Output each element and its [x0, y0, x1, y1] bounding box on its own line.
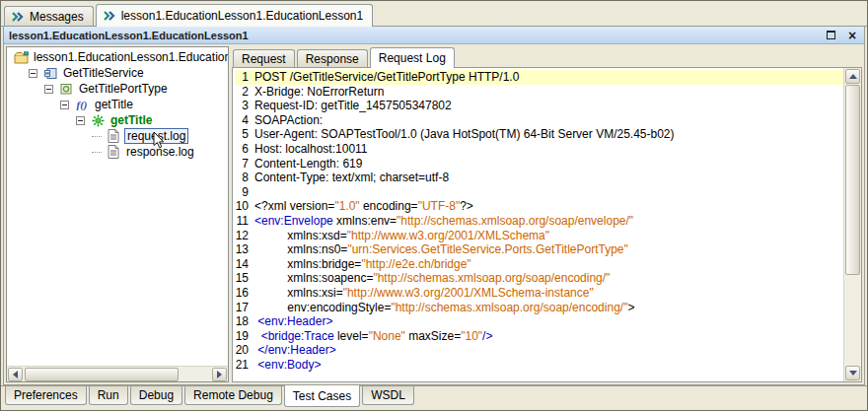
test-tree-panel: lesson1.EducationLesson1.EducationGetTit… [6, 46, 229, 382]
log-line: 14 xmlns:bridge="http://e2e.ch/bridge" [235, 257, 843, 272]
test-tree: lesson1.EducationLesson1.EducationGetTit… [7, 47, 228, 366]
line-text: <env:Body> [254, 358, 843, 373]
tree-node-response-log[interactable]: response.log [7, 144, 228, 160]
document-tab-messages[interactable]: Messages [4, 6, 94, 26]
line-number: 10 [235, 199, 254, 214]
log-lines[interactable]: 1POST /GetTitleService/GetTitlePortType … [233, 68, 843, 381]
tree-node-label: getTitle [108, 113, 154, 127]
close-button[interactable]: × [845, 29, 859, 42]
tree-node-gettitleservice[interactable]: GetTitleService [7, 65, 228, 81]
main-split: lesson1.EducationLesson1.EducationGetTit… [4, 44, 864, 384]
horizontal-scroll-thumb[interactable] [25, 368, 179, 381]
line-text: SOAPAction: [254, 113, 843, 128]
tab-request[interactable]: Request [233, 49, 295, 67]
line-number: 12 [235, 229, 254, 243]
log-text-segment: <env:Header> [254, 314, 332, 328]
line-number: 6 [235, 142, 254, 157]
line-text: Host: localhost:10011 [254, 142, 843, 157]
log-line: 2X-Bridge: NoErrorReturn [235, 85, 843, 100]
line-text: POST /GetTitleService/GetTitlePortType H… [254, 70, 843, 85]
line-number: 14 [235, 257, 254, 272]
log-line: 9 [235, 185, 843, 200]
bottom-tab-run[interactable]: Run [89, 386, 128, 405]
log-line: 11<env:Envelope xmlns:env="http://schema… [235, 214, 843, 229]
vertical-scroll-track[interactable] [845, 85, 860, 365]
maximize-button[interactable] [824, 29, 837, 42]
line-number: 16 [235, 286, 254, 301]
log-line: 1POST /GetTitleService/GetTitlePortType … [235, 70, 843, 85]
tree-node-label: getTitle [93, 98, 135, 111]
scroll-up-button[interactable] [845, 69, 860, 84]
tree-leaf-connector [92, 152, 102, 153]
line-text: <env:Envelope xmlns:env="http://schemas.… [254, 214, 843, 229]
line-text: xmlns:ns0="urn:Services.GetTitleService.… [254, 242, 843, 257]
line-number: 18 [235, 314, 254, 329]
tree-node-gettitleporttype[interactable]: GetTitlePortType [7, 81, 228, 97]
scroll-left-button[interactable] [8, 368, 23, 381]
line-text: xmlns:bridge="http://e2e.ch/bridge" [254, 257, 843, 272]
log-text-segment: "http://schemas.xmlsoap.org/soap/encodin… [391, 301, 627, 314]
tree-node-lesson1-educationlesson1-education[interactable]: lesson1.EducationLesson1.Education [7, 49, 228, 65]
line-text: Content-Length: 619 [254, 157, 843, 171]
bottom-tab-debug[interactable]: Debug [130, 386, 182, 405]
internal-frame: lesson1.EducationLesson1.EducationLesson… [3, 27, 865, 385]
log-text-segment: "http://www.w3.org/2001/XMLSchema-instan… [343, 286, 594, 300]
tree-horizontal-scrollbar[interactable] [7, 366, 228, 381]
log-text-segment: <env:Body> [254, 358, 321, 372]
document-tab-lesson1-educationlesson1[interactable]: lesson1.EducationLesson1.EducationLesson… [96, 4, 374, 27]
bottom-tab-test-cases[interactable]: Test Cases [284, 385, 360, 407]
log-line: 21 <env:Body> [235, 358, 843, 373]
logfile-icon [106, 145, 121, 159]
tree-collapse-icon[interactable] [60, 101, 69, 109]
function-icon: f() [74, 98, 90, 111]
log-text-segment: ?> [460, 199, 473, 213]
scroll-down-button[interactable] [845, 366, 860, 380]
log-line: 6Host: localhost:10011 [235, 142, 843, 157]
line-text: xmlns:soapenc="http://schemas.xmlsoap.or… [254, 271, 843, 286]
scroll-right-button[interactable] [212, 368, 227, 381]
tree-indent [7, 97, 60, 112]
tree-collapse-icon[interactable] [29, 69, 37, 78]
log-text-segment: Host: localhost:10011 [254, 142, 368, 156]
tree-node-gettitle[interactable]: f()getTitle [7, 97, 228, 112]
tab-response[interactable]: Response [297, 49, 368, 67]
log-line: 12 xmlns:xsd="http://www.w3.org/2001/XML… [235, 229, 843, 243]
log-text-segment: "UTF-8" [418, 199, 461, 213]
log-text-segment: xmlns:xsd= [254, 229, 347, 242]
close-icon: × [848, 30, 856, 41]
log-vertical-scrollbar[interactable] [843, 68, 861, 381]
bottom-tab-wsdl[interactable]: WSDL [362, 386, 414, 405]
bottom-tab-preferences[interactable]: Preferences [5, 386, 87, 405]
log-line: 5User-Agent: SOAPTestTool/1.0 (Java HotS… [235, 127, 843, 142]
line-number: 5 [235, 127, 254, 142]
detail-panel: RequestResponseRequest Log 1POST /GetTit… [232, 46, 862, 382]
tree-node-gettitle[interactable]: getTitle [7, 112, 228, 128]
tree-collapse-icon[interactable] [76, 116, 85, 125]
tree-collapse-icon[interactable] [44, 85, 53, 94]
package-icon [13, 50, 29, 64]
line-number: 3 [235, 99, 254, 113]
maximize-icon [827, 31, 835, 39]
tree-indent [7, 128, 92, 144]
bottom-tab-remote-debug[interactable]: Remote Debug [184, 386, 282, 405]
log-text-segment: "http://schemas.xmlsoap.org/soap/encodin… [373, 271, 610, 285]
internal-frame-titlebar[interactable]: lesson1.EducationLesson1.EducationLesson… [4, 27, 864, 44]
log-line: 19 <bridge:Trace level="None" maxSize="1… [235, 329, 843, 344]
tab-request-log[interactable]: Request Log [370, 47, 455, 68]
log-text-segment: xmlns:soapenc= [254, 271, 373, 285]
line-number: 1 [235, 70, 254, 85]
log-text-segment: xmlns:bridge= [254, 257, 361, 271]
vertical-scroll-thumb[interactable] [845, 85, 860, 275]
horizontal-scroll-track[interactable] [24, 368, 211, 381]
line-text: <?xml version="1.0" encoding="UTF-8"?> [254, 199, 843, 214]
line-text: </env:Header> [254, 343, 843, 358]
test-suite-icon [11, 10, 25, 24]
tree-node-label: lesson1.EducationLesson1.Education [32, 50, 228, 64]
tree-leaf-connector [92, 136, 102, 137]
log-line: 8Content-Type: text/xml; charset=utf-8 [235, 171, 843, 185]
tree-node-request-log[interactable]: request.log [7, 128, 228, 144]
down-arrow-icon [849, 371, 857, 376]
log-text-segment: "10" [461, 329, 482, 343]
line-text [254, 185, 843, 200]
log-text-segment: Content-Type: text/xml; charset=utf-8 [254, 171, 449, 184]
